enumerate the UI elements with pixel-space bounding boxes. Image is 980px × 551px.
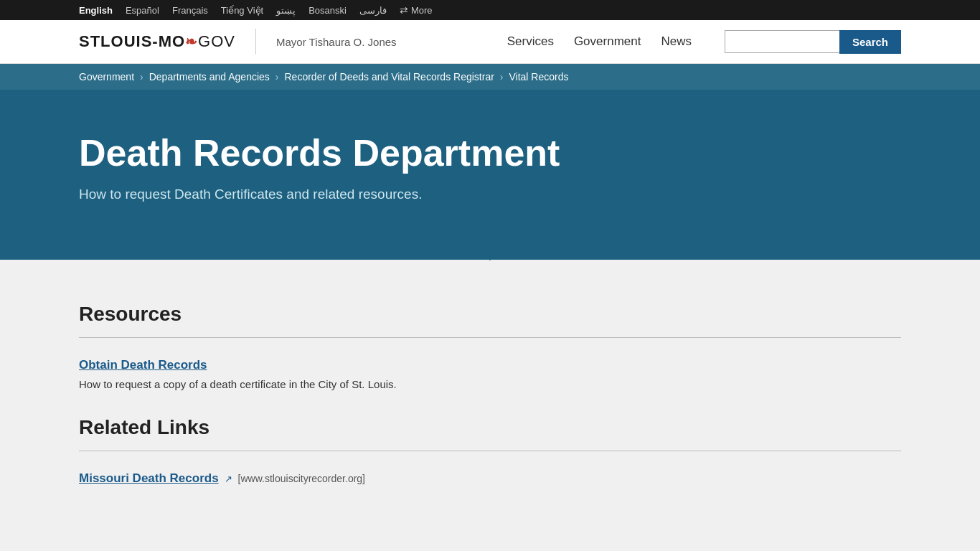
breadcrumb-sep-1: › [140,71,143,83]
site-header: STLOUIS-MO❧GOV Mayor Tishaura O. Jones S… [0,20,980,64]
logo-area: STLOUIS-MO❧GOV Mayor Tishaura O. Jones [79,29,507,55]
related-links-heading: Related Links [79,416,901,439]
resources-divider [79,337,901,338]
site-logo[interactable]: STLOUIS-MO❧GOV [79,32,235,51]
obtain-death-records-link[interactable]: Obtain Death Records [79,358,207,372]
lang-farsi[interactable]: فارسی [359,5,387,16]
more-languages-button[interactable]: ⇄ More [400,4,433,16]
obtain-death-records-desc: How to request a copy of a death certifi… [79,378,901,390]
translate-icon: ⇄ [400,4,408,16]
hero-subtitle: How to request Death Certificates and re… [79,187,901,202]
missouri-death-records-row: Missouri Death Records ↗ [www.stlouiscit… [79,471,901,486]
missouri-death-records-link[interactable]: Missouri Death Records [79,471,219,486]
lang-english[interactable]: English [79,5,113,16]
mayor-name: Mayor Tishaura O. Jones [276,36,397,48]
lang-tiengviet[interactable]: Tiếng Việt [221,5,263,16]
lang-espanol[interactable]: Español [126,5,159,16]
main-nav: Services Government News Search [507,30,901,54]
nav-government[interactable]: Government [574,34,641,49]
search-button[interactable]: Search [839,30,901,54]
breadcrumb-government[interactable]: Government [79,71,134,83]
page-title: Death Records Department [79,133,901,174]
lang-francais[interactable]: Français [172,5,208,16]
external-link-icon: ↗ [225,474,232,484]
breadcrumb-sep-3: › [500,71,504,83]
nav-services[interactable]: Services [507,34,554,49]
logo-stlouis: STLOUIS [79,32,152,50]
nav-news[interactable]: News [661,34,692,49]
search-form: Search [725,30,901,54]
related-links-divider [79,451,901,451]
more-label: More [411,5,433,16]
external-link-url: [www.stlouiscityrecorder.org] [238,473,365,484]
logo-mo: -MO [152,32,185,50]
logo-divider [255,29,256,55]
logo-gov: GOV [198,32,235,50]
breadcrumb-departments[interactable]: Departments and Agencies [149,71,270,83]
fleur-icon: ❧ [185,34,198,50]
hero-section: Death Records Department How to request … [0,90,980,260]
main-content: Resources Obtain Death Records How to re… [0,260,980,533]
breadcrumb-recorder[interactable]: Recorder of Deeds and Vital Records Regi… [285,71,494,83]
language-bar: English Español Français Tiếng Việt پښتو… [0,0,980,20]
search-input[interactable] [725,30,839,53]
breadcrumb-sep-2: › [275,71,279,83]
breadcrumb: Government › Departments and Agencies › … [0,64,980,90]
resources-heading: Resources [79,303,901,326]
lang-bosanski[interactable]: Bosanski [308,5,347,16]
lang-pashto[interactable]: پښتو [276,5,296,16]
breadcrumb-current: Vital Records [509,71,569,83]
